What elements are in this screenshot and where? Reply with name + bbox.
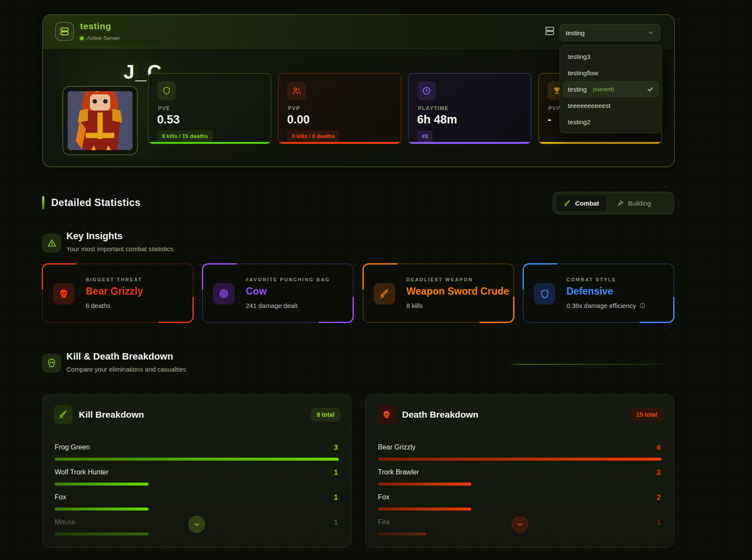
server-option[interactable]: testing2: [563, 114, 659, 130]
sword-icon: [564, 200, 571, 207]
avatar-frame: [62, 86, 138, 155]
target-icon: [213, 283, 235, 305]
expand-kills-button[interactable]: [188, 516, 205, 533]
kill-row: Wolf Trork Hunter 1: [55, 468, 339, 490]
stat-value: 0.53: [157, 113, 180, 126]
detailed-statistics-heading: Detailed Statistics: [42, 196, 141, 209]
death-bar: [378, 483, 471, 486]
insight-card-deadliest-weapon: DEADLIEST WEAPON Weapon Sword Crude 8 ki…: [363, 264, 514, 323]
insight-label: FAVORITE PUNCHING BAG: [246, 277, 330, 282]
section-title: Detailed Statistics: [51, 197, 141, 209]
stat-label: PVE: [158, 105, 170, 111]
expand-deaths-button[interactable]: [511, 516, 529, 533]
current-suffix: (current): [593, 86, 614, 92]
insight-sub: 6 deaths: [86, 302, 111, 309]
death-bar: [378, 458, 662, 461]
users-icon: [287, 81, 306, 100]
kill-bar: [55, 508, 149, 511]
server-option[interactable]: testingflow: [563, 65, 659, 81]
tab-combat[interactable]: Combat: [556, 194, 607, 212]
avatar: [68, 91, 133, 150]
stat-value: -: [548, 113, 551, 126]
kill-breakdown-title: Kill Breakdown: [79, 409, 144, 420]
insight-sub: 0.38x damage efficiency: [566, 302, 646, 309]
chevron-down-icon: [647, 29, 654, 36]
server-select-value: testing: [566, 29, 585, 37]
sword-icon: [54, 405, 73, 424]
insight-label: BIGGEST THREAT: [86, 277, 142, 282]
sword-icon: [374, 283, 395, 305]
shield-icon: [157, 81, 176, 100]
key-insights-title: Key Insights: [66, 231, 123, 242]
skull-icon: [53, 283, 74, 305]
death-breakdown-card: Death Breakdown 15 total Bear Grizzly 6 …: [365, 394, 674, 548]
insight-label: COMBAT STYLE: [566, 277, 616, 282]
insight-name: Weapon Sword Crude: [406, 286, 509, 297]
stats-tabs: Combat Building: [553, 192, 674, 214]
insight-sub: 241 damage dealt: [246, 302, 297, 309]
insight-label: DEADLIEST WEAPON: [406, 277, 473, 282]
death-bar: [378, 508, 471, 511]
hammer-icon: [617, 200, 624, 207]
death-total-badge: 15 total: [630, 408, 663, 422]
death-row: Fox 2: [378, 493, 662, 515]
server-dropdown-menu: testing3 testingflow testing (current) t…: [560, 45, 662, 133]
server-option[interactable]: testing3: [563, 48, 659, 65]
server-option[interactable]: teeeeeeeeeest: [563, 97, 659, 114]
insight-card-combat-style: COMBAT STYLE Defensive 0.38x damage effi…: [523, 264, 674, 323]
dashboard-page: testing Active Server J_C: [0, 0, 752, 560]
stat-badge: 8 kills / 15 deaths: [157, 130, 213, 142]
kill-bar: [55, 483, 149, 486]
insight-card-biggest-threat: BIGGEST THREAT Bear Grizzly 6 deaths: [42, 264, 193, 323]
server-select[interactable]: testing: [560, 24, 660, 41]
insight-name: Cow: [246, 286, 267, 297]
server-name: testing: [80, 21, 111, 31]
death-row: Trork Brawler 2: [378, 468, 662, 490]
server-status: Active Server: [80, 35, 120, 41]
kill-bar: [55, 532, 149, 535]
insight-card-favorite-punching-bag: FAVORITE PUNCHING BAG Cow 241 damage dea…: [202, 264, 353, 323]
tab-building[interactable]: Building: [609, 194, 659, 212]
insight-sub: 8 kills: [406, 302, 423, 309]
skull-icon: [42, 354, 61, 372]
active-dot-icon: [80, 37, 84, 40]
stat-badge: 0 kills / 0 deaths: [287, 130, 340, 142]
kill-row: Fox 1: [55, 493, 339, 515]
death-breakdown-title: Death Breakdown: [402, 409, 478, 420]
warning-triangle-icon: [42, 234, 61, 252]
breakdown-subtitle: Compare your eliminations and casualties: [66, 366, 186, 373]
check-icon: [647, 86, 654, 93]
skull-icon: [377, 405, 396, 424]
insight-name: Defensive: [566, 286, 613, 297]
key-insights-subtitle: Your most important combat statistics: [66, 245, 173, 252]
stat-label: PVP: [288, 105, 300, 111]
server-option-current[interactable]: testing (current): [563, 81, 659, 97]
kill-breakdown-card: Kill Breakdown 8 total Frog Green 3 Wolf…: [42, 394, 351, 548]
breakdown-title: Kill & Death Breakdown: [66, 351, 173, 362]
stat-value: 6h 48m: [417, 113, 457, 126]
stat-card-playtime: PLAYTIME 6h 48m #1: [408, 73, 531, 144]
stat-value: 0.00: [287, 113, 310, 126]
stat-card-pve: PVE 0.53 8 kills / 15 deaths: [148, 73, 271, 144]
kill-bar: [55, 458, 339, 461]
shield-icon: [534, 283, 555, 305]
insight-name: Bear Grizzly: [86, 286, 143, 297]
death-bar: [378, 532, 426, 535]
kill-row: Frog Green 3: [55, 443, 339, 465]
stat-badge: #1: [417, 130, 433, 142]
stat-label: PLAYTIME: [418, 105, 449, 111]
server-icon: [55, 22, 74, 41]
accent-bar: [42, 196, 44, 209]
section-divider: [508, 364, 674, 365]
server-switch-icon: [544, 25, 555, 37]
info-icon[interactable]: [639, 302, 646, 309]
death-row: Bear Grizzly 6: [378, 443, 662, 465]
stat-card-pvp: PVP 0.00 0 kills / 0 deaths: [278, 73, 401, 144]
kill-total-badge: 8 total: [311, 408, 340, 422]
clock-icon: [417, 81, 436, 100]
